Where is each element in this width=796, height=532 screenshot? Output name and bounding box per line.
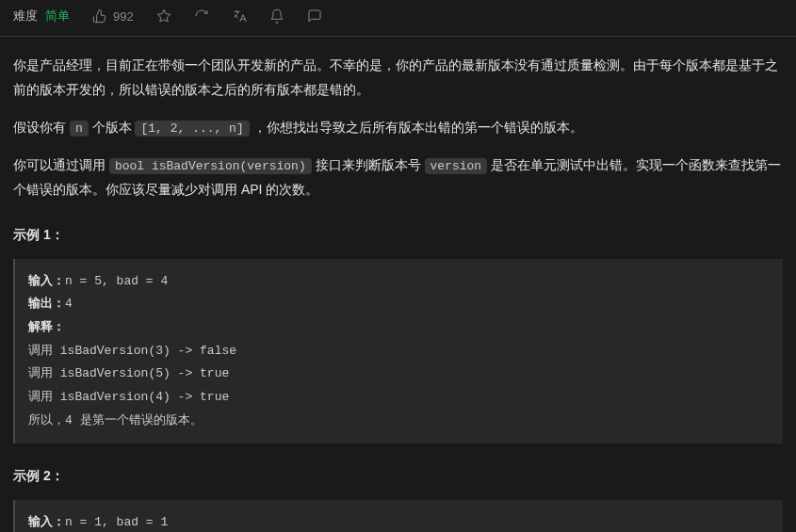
paragraph-2: 假设你有 n 个版本 [1, 2, ..., n] ，你想找出导致之后所有版本出… — [13, 116, 783, 140]
bell-icon — [269, 8, 284, 24]
like-button[interactable]: 992 — [92, 8, 134, 24]
difficulty-label: 难度 — [13, 8, 38, 24]
example-1-block: 输入：n = 5, bad = 4 输出：4 解释： 调用 isBadVersi… — [13, 259, 783, 444]
share-icon — [194, 8, 209, 24]
problem-header: 难度 简单 992 — [0, 0, 796, 37]
like-count: 992 — [113, 9, 134, 24]
thumbs-up-icon — [92, 8, 107, 24]
example-1-title: 示例 1： — [13, 223, 783, 248]
problem-content: 你是产品经理，目前正在带领一个团队开发新的产品。不幸的是，你的产品的最新版本没有… — [0, 37, 796, 532]
inline-code: version — [425, 158, 488, 174]
example-2-block: 输入：n = 1, bad = 1 输出：1 — [13, 500, 783, 532]
star-icon — [156, 8, 171, 24]
share-button[interactable] — [194, 8, 209, 24]
translate-button[interactable] — [232, 8, 247, 24]
favorite-button[interactable] — [156, 8, 171, 24]
inline-code: [1, 2, ..., n] — [135, 121, 249, 137]
example-2-title: 示例 2： — [13, 464, 783, 489]
feedback-button[interactable] — [307, 8, 322, 24]
svg-marker-0 — [157, 9, 170, 22]
message-icon — [307, 8, 322, 24]
inline-code: bool isBadVersion(version) — [109, 158, 312, 174]
translate-icon — [232, 8, 247, 24]
paragraph-1: 你是产品经理，目前正在带领一个团队开发新的产品。不幸的是，你的产品的最新版本没有… — [13, 54, 783, 103]
notification-button[interactable] — [269, 8, 284, 24]
inline-code: n — [70, 121, 89, 137]
difficulty-value: 简单 — [45, 8, 70, 24]
paragraph-3: 你可以通过调用 bool isBadVersion(version) 接口来判断… — [13, 153, 783, 202]
